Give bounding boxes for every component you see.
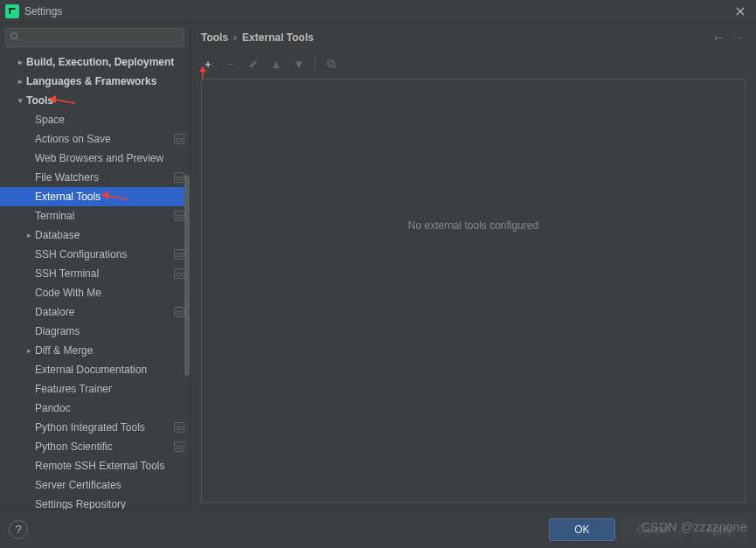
tree-item-label: Python Scientific xyxy=(35,440,113,453)
tree-item-label: Database xyxy=(35,229,80,241)
tree-item-label: Code With Me xyxy=(35,287,101,299)
breadcrumb-current: External Tools xyxy=(242,31,314,44)
search-icon xyxy=(10,31,22,44)
svg-line-2 xyxy=(54,100,75,103)
tree-item-label: External Tools xyxy=(35,191,101,203)
project-scope-icon: ▭ xyxy=(174,134,184,144)
svg-line-1 xyxy=(17,38,19,41)
app-icon xyxy=(5,4,19,18)
watermark: CSDN @zzzznone xyxy=(642,520,747,534)
project-scope-icon: ▭ xyxy=(174,422,184,433)
chevron-right-icon[interactable]: ▸ xyxy=(24,231,33,239)
tree-item-remote-ssh-external-tools[interactable]: Remote SSH External Tools xyxy=(0,456,190,475)
tree-item-ssh-configurations[interactable]: SSH Configurations▭ xyxy=(0,245,190,264)
empty-message: No external tools configured xyxy=(408,219,538,232)
svg-point-0 xyxy=(11,33,17,39)
nav-back-icon[interactable]: ← xyxy=(711,30,726,45)
settings-tree: ▸Build, Execution, Deployment▸Languages … xyxy=(0,52,190,510)
search-field[interactable] xyxy=(24,31,180,44)
project-scope-icon: ▭ xyxy=(174,211,184,221)
ok-button[interactable]: OK xyxy=(549,518,614,541)
tree-item-label: Diagrams xyxy=(35,325,80,337)
project-scope-icon: ▭ xyxy=(174,307,184,317)
svg-line-4 xyxy=(107,196,128,199)
tree-item-label: Python Integrated Tools xyxy=(35,421,145,434)
svg-marker-5 xyxy=(101,191,108,199)
tree-item-code-with-me[interactable]: Code With Me xyxy=(0,283,190,302)
separator xyxy=(315,57,316,71)
svg-rect-7 xyxy=(329,62,335,67)
tree-item-label: Actions on Save xyxy=(35,133,111,145)
project-scope-icon: ▭ xyxy=(174,249,184,260)
breadcrumb-root[interactable]: Tools xyxy=(201,31,228,44)
edit-button[interactable] xyxy=(246,57,260,71)
tree-item-label: SSH Configurations xyxy=(35,248,127,260)
project-scope-icon: ▭ xyxy=(174,441,184,452)
window-title: Settings xyxy=(24,5,62,17)
main-pane: Tools › External Tools ← → + − ▲ ▼ xyxy=(191,23,756,510)
add-button[interactable]: + xyxy=(201,57,215,71)
tree-item-space[interactable]: Space xyxy=(0,110,190,129)
tree-item-ssh-terminal[interactable]: SSH Terminal▭ xyxy=(0,264,190,283)
tree-item-external-documentation[interactable]: External Documentation xyxy=(0,360,190,379)
tree-item-python-integrated-tools[interactable]: Python Integrated Tools▭ xyxy=(0,418,190,437)
tree-item-label: SSH Terminal xyxy=(35,267,99,280)
tree-item-label: Web Browsers and Preview xyxy=(35,152,163,164)
tree-item-terminal[interactable]: Terminal▭ xyxy=(0,206,190,225)
tree-item-label: Terminal xyxy=(35,210,74,222)
tree-item-build-execution-deployment[interactable]: ▸Build, Execution, Deployment xyxy=(0,52,190,72)
tree-item-label: Tools xyxy=(26,94,53,107)
titlebar: Settings xyxy=(0,0,756,23)
tree-item-settings-repository[interactable]: Settings Repository xyxy=(0,495,190,510)
tree-item-label: Pandoc xyxy=(35,402,71,414)
project-scope-icon: ▭ xyxy=(174,172,184,183)
project-scope-icon: ▭ xyxy=(174,268,184,279)
tools-list: No external tools configured xyxy=(201,79,746,503)
tree-item-label: Features Trainer xyxy=(35,383,112,395)
help-button[interactable]: ? xyxy=(9,520,28,539)
tree-item-label: Space xyxy=(35,114,65,126)
remove-button[interactable]: − xyxy=(224,57,238,71)
tree-item-label: File Watchers xyxy=(35,171,99,184)
tree-item-label: External Documentation xyxy=(35,364,147,376)
svg-rect-6 xyxy=(328,60,333,66)
nav-forward-icon[interactable]: → xyxy=(730,30,746,45)
tree-item-actions-on-save[interactable]: Actions on Save▭ xyxy=(0,129,190,149)
breadcrumb-separator-icon: › xyxy=(233,31,237,44)
tree-item-label: Settings Repository xyxy=(35,498,126,510)
tree-item-datalore[interactable]: Datalore▭ xyxy=(0,302,190,322)
toolbar: + − ▲ ▼ xyxy=(194,52,753,75)
chevron-right-icon[interactable]: ▸ xyxy=(16,58,24,66)
tree-item-server-certificates[interactable]: Server Certificates xyxy=(0,475,190,495)
chevron-right-icon[interactable]: ▸ xyxy=(24,346,33,355)
tree-item-label: Build, Execution, Deployment xyxy=(26,56,174,68)
chevron-down-icon[interactable]: ▾ xyxy=(16,96,24,105)
chevron-right-icon[interactable]: ▸ xyxy=(16,77,24,86)
tree-item-label: Server Certificates xyxy=(35,479,121,491)
tree-item-diagrams[interactable]: Diagrams xyxy=(0,322,190,341)
tree-item-diff-merge[interactable]: ▸Diff & Merge xyxy=(0,341,190,360)
tree-item-web-browsers-and-preview[interactable]: Web Browsers and Preview xyxy=(0,149,190,168)
move-up-button[interactable]: ▲ xyxy=(269,57,283,71)
move-down-button[interactable]: ▼ xyxy=(292,57,306,71)
scrollbar-thumb[interactable] xyxy=(184,175,190,376)
annotation-arrow xyxy=(101,191,128,203)
tree-item-python-scientific[interactable]: Python Scientific▭ xyxy=(0,437,190,456)
tree-item-label: Remote SSH External Tools xyxy=(35,460,165,472)
tree-item-label: Datalore xyxy=(35,306,74,318)
tree-item-label: Languages & Frameworks xyxy=(26,75,156,87)
tree-item-features-trainer[interactable]: Features Trainer xyxy=(0,379,190,399)
sidebar: ▸Build, Execution, Deployment▸Languages … xyxy=(0,23,191,510)
tree-item-tools[interactable]: ▾Tools xyxy=(0,91,190,110)
tree-item-languages-frameworks[interactable]: ▸Languages & Frameworks xyxy=(0,72,190,91)
tree-item-label: Diff & Merge xyxy=(35,344,93,357)
copy-button[interactable] xyxy=(324,57,338,71)
tree-item-external-tools[interactable]: External Tools xyxy=(0,187,190,206)
tree-item-file-watchers[interactable]: File Watchers▭ xyxy=(0,168,190,187)
search-input[interactable] xyxy=(5,28,184,47)
close-icon[interactable] xyxy=(730,1,751,22)
tree-item-database[interactable]: ▸Database xyxy=(0,225,190,245)
tree-item-pandoc[interactable]: Pandoc xyxy=(0,399,190,418)
